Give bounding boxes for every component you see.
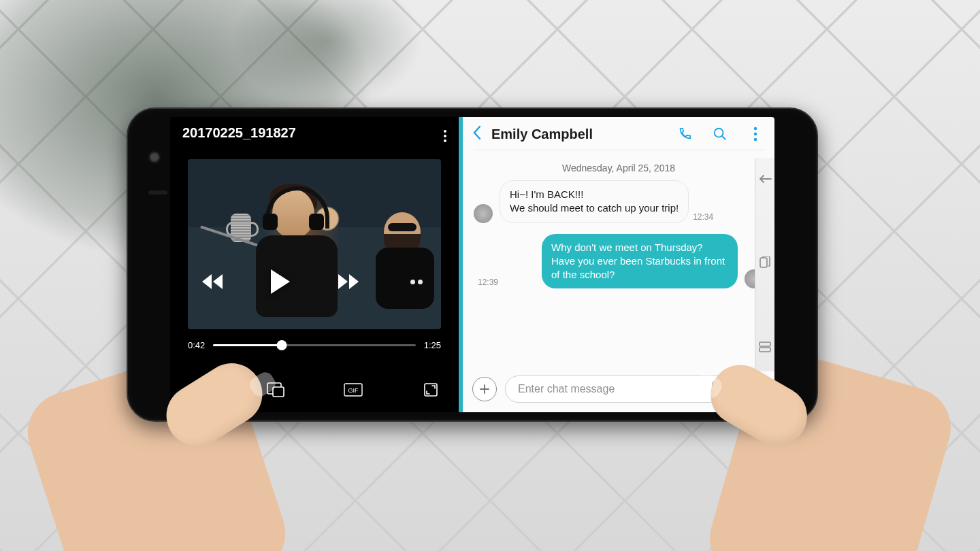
svg-rect-7: [273, 387, 284, 397]
chat-more-button[interactable]: [747, 126, 764, 142]
svg-rect-20: [760, 348, 770, 352]
edge-multiwindow-icon[interactable]: [759, 341, 771, 355]
fullscreen-button[interactable]: [421, 380, 441, 400]
elapsed-time: 0:42: [188, 340, 205, 350]
call-button[interactable]: [676, 126, 693, 142]
svg-point-11: [715, 129, 723, 137]
svg-text:GIF: GIF: [348, 387, 359, 394]
edge-panel[interactable]: [755, 158, 774, 371]
play-icon: [271, 269, 290, 294]
search-button[interactable]: [712, 126, 728, 142]
video-more-button[interactable]: [444, 128, 446, 144]
earpiece-slit: [148, 190, 167, 195]
play-button[interactable]: [267, 268, 294, 295]
message-outgoing: 12:39 Why don't we meet on Thursday? Hav…: [474, 234, 764, 289]
svg-point-12: [754, 127, 757, 130]
svg-point-13: [754, 133, 757, 135]
pip-button[interactable]: [265, 380, 286, 400]
message-bubble-incoming: Hi~! I'm BACK!!! We should meet to catch…: [500, 180, 689, 223]
svg-point-17: [720, 386, 721, 387]
video-frame[interactable]: [188, 159, 441, 329]
svg-marker-1: [213, 274, 223, 289]
video-title: 20170225_191827: [182, 125, 296, 141]
message-timestamp: 12:34: [693, 212, 713, 222]
edge-clipboard-icon[interactable]: [759, 256, 771, 271]
attach-button[interactable]: [472, 377, 497, 401]
phone-body: 20170225_191827: [127, 107, 818, 422]
total-duration: 1:25: [424, 340, 441, 350]
message-bubble-outgoing: Why don't we meet on Thursday? Have you …: [542, 234, 738, 289]
video-overflow-button[interactable]: [403, 268, 430, 295]
message-list[interactable]: Hi~! I'm BACK!!! We should meet to catch…: [463, 180, 774, 369]
seek-track[interactable]: [213, 344, 415, 346]
sender-avatar[interactable]: [474, 204, 493, 223]
edge-back-icon[interactable]: [758, 174, 772, 186]
header-divider: [474, 150, 764, 150]
chat-header: Emily Campbell: [463, 117, 774, 150]
seek-knob[interactable]: [277, 340, 287, 350]
compose-field[interactable]: [505, 375, 734, 403]
video-player-app: 20170225_191827: [170, 117, 459, 412]
next-track-button[interactable]: [335, 268, 362, 295]
svg-point-5: [197, 392, 199, 394]
front-camera: [147, 150, 162, 165]
svg-marker-2: [338, 274, 348, 289]
messaging-app: Emily Campbell Wednesday, April 25, 2018: [463, 117, 774, 412]
previous-track-button[interactable]: [199, 268, 226, 295]
gif-capture-button[interactable]: GIF: [343, 380, 363, 400]
message-incoming: Hi~! I'm BACK!!! We should meet to catch…: [474, 180, 764, 223]
svg-rect-19: [760, 342, 770, 346]
video-progress-bar[interactable]: 0:42 1:25: [188, 340, 441, 350]
voice-message-button[interactable]: [742, 378, 765, 401]
svg-rect-18: [760, 258, 767, 267]
conversation-date: Wednesday, April 25, 2018: [463, 163, 774, 173]
svg-marker-3: [349, 274, 359, 289]
message-input[interactable]: [517, 382, 704, 396]
sticker-button[interactable]: [711, 380, 726, 398]
message-timestamp: 12:39: [478, 278, 498, 287]
back-button[interactable]: [472, 125, 482, 143]
svg-marker-0: [202, 274, 212, 289]
compose-bar: [463, 369, 774, 412]
svg-point-14: [754, 138, 757, 141]
lock-rotation-button[interactable]: [188, 380, 208, 400]
svg-point-16: [716, 386, 717, 387]
contact-name: Emily Campbell: [491, 127, 593, 142]
phone-screen: 20170225_191827: [170, 117, 774, 412]
scene-background: 20170225_191827: [0, 0, 980, 551]
